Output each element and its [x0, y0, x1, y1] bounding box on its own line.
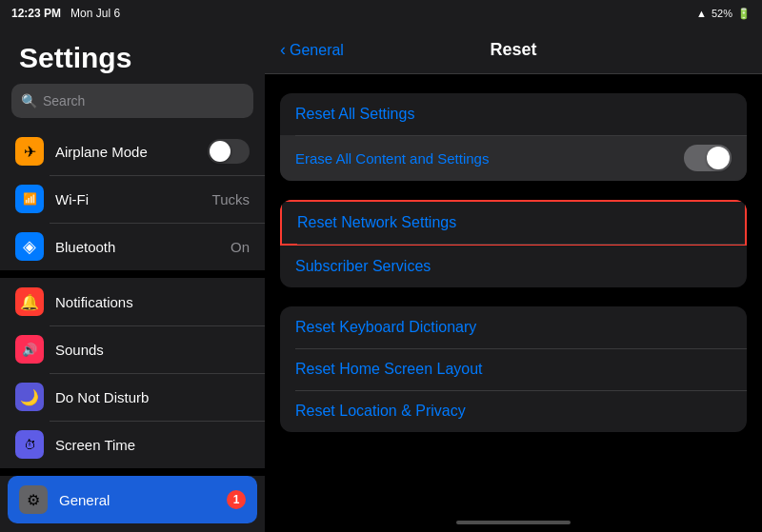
settings-group-2: Reset Network Settings Subscriber Servic…: [280, 200, 747, 287]
general-badge: 1: [227, 490, 246, 509]
general-icon: ⚙: [19, 485, 48, 514]
wifi-label: Wi-Fi: [55, 191, 201, 207]
sidebar-item-notifications[interactable]: 🔔 Notifications: [0, 278, 265, 325]
erase-all-content-label: Erase All Content and Settings: [295, 150, 489, 167]
right-panel: ‹ General Reset Reset All Settings Erase…: [265, 27, 762, 532]
bluetooth-icon: ◈: [15, 232, 44, 261]
search-placeholder: Search: [43, 93, 85, 108]
sidebar: Settings 🔍 Search ✈ Airplane Mode 📶 Wi-F…: [0, 27, 265, 532]
sidebar-list: ✈ Airplane Mode 📶 Wi-Fi Tucks ◈ Bluetoot…: [0, 128, 265, 532]
sidebar-section-1: ✈ Airplane Mode 📶 Wi-Fi Tucks ◈ Bluetoot…: [0, 128, 265, 270]
wifi-settings-icon: 📶: [15, 185, 44, 213]
reset-home-screen-layout-label: Reset Home Screen Layout: [295, 361, 483, 378]
airplane-label: Airplane Mode: [55, 144, 196, 160]
erase-toggle[interactable]: [684, 145, 732, 171]
search-icon: 🔍: [21, 93, 37, 108]
section-gap-2: [0, 468, 265, 476]
airplane-icon: ✈: [15, 137, 44, 166]
erase-content-left: Erase All Content and Settings: [295, 150, 489, 167]
settings-group-1: Reset All Settings Erase All Content and…: [280, 93, 747, 181]
sidebar-item-donotdisturb[interactable]: 🌙 Do Not Disturb: [0, 373, 265, 421]
reset-all-settings-label: Reset All Settings: [295, 106, 414, 123]
erase-toggle-knob: [707, 147, 730, 169]
airplane-toggle[interactable]: [208, 139, 250, 164]
section-gap-1: [0, 270, 265, 278]
status-date: Mon Jul 6: [70, 7, 120, 20]
main-layout: Settings 🔍 Search ✈ Airplane Mode 📶 Wi-F…: [0, 27, 762, 532]
back-label: General: [290, 42, 344, 59]
airplane-toggle-knob: [210, 141, 231, 162]
back-chevron-icon: ‹: [280, 40, 286, 60]
settings-group-3: Reset Keyboard Dictionary Reset Home Scr…: [280, 306, 747, 432]
reset-all-settings-row[interactable]: Reset All Settings: [280, 93, 747, 135]
subscriber-services-row[interactable]: Subscriber Services: [280, 246, 747, 287]
screentime-icon: ⏱: [15, 430, 44, 459]
nav-back-button[interactable]: ‹ General: [280, 40, 344, 60]
search-bar[interactable]: 🔍 Search: [11, 84, 253, 118]
sidebar-item-screentime[interactable]: ⏱ Screen Time: [0, 421, 265, 468]
reset-location-privacy-row[interactable]: Reset Location & Privacy: [280, 390, 747, 432]
status-icons: ▲ 52% 🔋: [696, 8, 751, 20]
battery-percent: 52%: [712, 8, 732, 19]
reset-network-settings-row[interactable]: Reset Network Settings: [280, 200, 747, 246]
status-time: 12:23 PM: [11, 7, 61, 20]
notifications-icon: 🔔: [15, 287, 44, 316]
battery-icon: 🔋: [737, 8, 751, 20]
status-bar: 12:23 PM Mon Jul 6 ▲ 52% 🔋: [0, 0, 762, 27]
reset-location-privacy-label: Reset Location & Privacy: [295, 403, 466, 420]
sidebar-section-2: 🔔 Notifications 🔊 Sounds 🌙 Do Not Distur…: [0, 278, 265, 468]
sidebar-section-3: ⚙ General 1 ⊞ Control Center AA Display …: [0, 476, 265, 532]
home-indicator: [265, 513, 762, 532]
erase-all-content-row[interactable]: Erase All Content and Settings: [280, 135, 747, 181]
wifi-icon: ▲: [696, 8, 707, 19]
general-label: General: [59, 492, 215, 508]
reset-keyboard-dictionary-label: Reset Keyboard Dictionary: [295, 319, 476, 336]
bluetooth-value: On: [231, 239, 250, 255]
bluetooth-label: Bluetooth: [55, 239, 219, 255]
sidebar-item-wifi[interactable]: 📶 Wi-Fi Tucks: [0, 175, 265, 223]
reset-keyboard-dictionary-row[interactable]: Reset Keyboard Dictionary: [280, 306, 747, 348]
reset-home-screen-layout-row[interactable]: Reset Home Screen Layout: [280, 348, 747, 390]
reset-network-settings-label: Reset Network Settings: [297, 214, 456, 231]
screentime-label: Screen Time: [55, 437, 250, 453]
sounds-icon: 🔊: [15, 335, 44, 364]
nav-title: Reset: [490, 40, 536, 60]
nav-bar: ‹ General Reset: [265, 27, 762, 74]
home-bar: [456, 521, 571, 524]
donotdisturb-label: Do Not Disturb: [55, 389, 250, 405]
sidebar-item-general[interactable]: ⚙ General 1: [8, 476, 257, 523]
notifications-label: Notifications: [55, 294, 250, 310]
sidebar-item-bluetooth[interactable]: ◈ Bluetooth On: [0, 223, 265, 270]
sidebar-title: Settings: [0, 27, 265, 84]
sidebar-item-sounds[interactable]: 🔊 Sounds: [0, 325, 265, 373]
wifi-value: Tucks: [212, 191, 250, 207]
sidebar-item-airplane[interactable]: ✈ Airplane Mode: [0, 128, 265, 175]
sounds-label: Sounds: [55, 342, 250, 358]
content-area: Reset All Settings Erase All Content and…: [265, 74, 762, 513]
sidebar-item-controlcenter[interactable]: ⊞ Control Center: [0, 523, 265, 532]
subscriber-services-label: Subscriber Services: [295, 258, 431, 275]
donotdisturb-icon: 🌙: [15, 383, 44, 411]
